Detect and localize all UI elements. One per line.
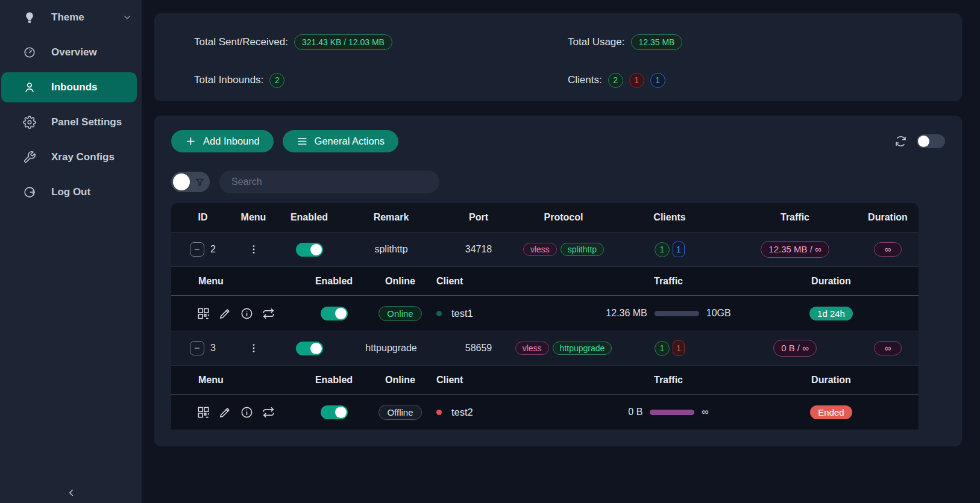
sidebar-item-overview[interactable]: Overview xyxy=(0,35,142,70)
plus-icon xyxy=(185,136,196,147)
auto-refresh-toggle[interactable] xyxy=(917,134,945,148)
qr-code-icon[interactable] xyxy=(196,405,210,419)
stat-sent-received: Total Sent/Received: 321.43 KB / 12.03 M… xyxy=(194,30,568,54)
client-duration-badge: Ended xyxy=(810,405,852,419)
toggle-knob xyxy=(918,136,929,147)
sub-header-client: Client xyxy=(424,276,593,287)
client-row: Offline test2 0 B ∞ Ended xyxy=(171,395,919,430)
sub-header-menu: Menu xyxy=(171,375,292,386)
duration-badge: ∞ xyxy=(874,242,902,257)
stat-label: Total Inbounds: xyxy=(194,74,263,86)
collapse-row-button[interactable] xyxy=(190,242,204,257)
clients-active-badge: 2 xyxy=(608,73,623,88)
sidebar-item-xray-configs[interactable]: Xray Configs xyxy=(0,140,142,175)
sub-header-online: Online xyxy=(376,276,424,287)
client-row: Online test1 12.36 MB 10GB 1d 24h xyxy=(171,296,919,331)
filter-toggle[interactable] xyxy=(171,172,210,192)
table-header-row: ID Menu Enabled Remark Port Protocol Cli… xyxy=(171,203,919,232)
add-inbound-button[interactable]: Add Inbound xyxy=(171,130,274,152)
sidebar-item-label: Overview xyxy=(51,46,97,58)
header-duration: Duration xyxy=(857,212,919,223)
info-icon[interactable] xyxy=(240,405,254,419)
client-enabled-toggle[interactable] xyxy=(321,405,348,419)
row-menu-button[interactable] xyxy=(248,243,260,255)
stat-label: Total Sent/Received: xyxy=(194,36,288,48)
client-duration-badge: 1d 24h xyxy=(809,307,853,320)
inbound-id: 3 xyxy=(210,343,216,354)
inbound-row: 2 splithttp 34718 vless splithttp 1 1 xyxy=(171,232,919,266)
clients-deactive-badge: 1 xyxy=(629,73,644,88)
toggle-knob xyxy=(173,173,190,190)
client-name: test1 xyxy=(451,308,473,319)
sub-header-enabled: Enabled xyxy=(292,276,376,287)
transport-tag: httpupgrade xyxy=(553,342,612,355)
sub-header-client: Client xyxy=(424,375,593,386)
traffic-badge: 0 B / ∞ xyxy=(773,340,817,357)
online-status-badge: Online xyxy=(378,306,421,321)
add-inbound-label: Add Inbound xyxy=(203,136,260,147)
inbounds-card: Add Inbound General Actions xyxy=(154,116,962,446)
header-protocol: Protocol xyxy=(521,212,606,223)
toggle-knob xyxy=(335,407,347,418)
sidebar-item-label: Xray Configs xyxy=(51,151,115,163)
traffic-cap: 10GB xyxy=(706,308,731,319)
sidebar-item-label: Panel Settings xyxy=(51,116,122,128)
collapse-row-button[interactable] xyxy=(190,341,204,355)
main-content: Total Sent/Received: 321.43 KB / 12.03 M… xyxy=(142,0,980,503)
header-enabled: Enabled xyxy=(272,212,346,223)
info-icon[interactable] xyxy=(240,307,254,320)
refresh-icon[interactable] xyxy=(894,134,908,148)
toggle-knob xyxy=(310,343,322,354)
client-subtable-header: Menu Enabled Online Client Traffic Durat… xyxy=(171,365,919,395)
sidebar-item-theme[interactable]: Theme xyxy=(0,0,142,35)
inbound-enabled-toggle[interactable] xyxy=(296,342,323,355)
general-actions-button[interactable]: General Actions xyxy=(283,130,398,152)
client-enabled-toggle[interactable] xyxy=(321,307,348,320)
inbound-port: 34718 xyxy=(465,244,492,255)
inbound-enabled-toggle[interactable] xyxy=(296,243,323,257)
row-menu-button[interactable] xyxy=(248,342,260,354)
traffic-progress-bar xyxy=(650,410,694,415)
reset-traffic-icon[interactable] xyxy=(262,307,275,320)
client-count-badge: 1 xyxy=(673,340,685,356)
sidebar-item-label: Theme xyxy=(51,11,84,23)
sidebar-item-inbounds[interactable]: Inbounds xyxy=(1,72,137,102)
filter-icon xyxy=(195,177,205,187)
header-traffic: Traffic xyxy=(733,212,857,223)
inbound-id: 2 xyxy=(210,244,216,255)
traffic-progress-bar xyxy=(655,311,699,316)
qr-code-icon[interactable] xyxy=(196,307,210,320)
protocol-tag: vless xyxy=(515,342,549,355)
traffic-cap: ∞ xyxy=(702,407,708,417)
reset-traffic-icon[interactable] xyxy=(262,405,275,419)
client-status-dot xyxy=(436,410,442,415)
sidebar-collapse-button[interactable] xyxy=(0,487,142,498)
toggle-knob xyxy=(310,244,322,255)
stat-label: Clients: xyxy=(568,74,602,86)
edit-pencil-icon[interactable] xyxy=(218,307,232,320)
chevron-left-icon xyxy=(66,487,77,498)
inbound-row: 3 httpupgrade 58659 vless httpupgrade 1 … xyxy=(171,331,919,365)
header-menu: Menu xyxy=(234,212,272,223)
clients-online-badge: 1 xyxy=(650,73,665,88)
sub-header-traffic: Traffic xyxy=(593,276,744,287)
header-id: ID xyxy=(171,212,234,223)
lightbulb-icon xyxy=(23,11,36,24)
traffic-used: 0 B xyxy=(628,407,642,417)
client-subtable-header: Menu Enabled Online Client Traffic Durat… xyxy=(171,266,919,296)
search-input[interactable] xyxy=(219,170,439,193)
sent-received-badge: 321.43 KB / 12.03 MB xyxy=(294,34,392,50)
protocol-tag: vless xyxy=(523,243,557,256)
sidebar-item-panel-settings[interactable]: Panel Settings xyxy=(0,105,142,140)
chevron-down-icon xyxy=(122,13,132,22)
sub-header-menu: Menu xyxy=(171,276,292,287)
sidebar-item-log-out[interactable]: Log Out xyxy=(0,175,142,210)
client-status-dot xyxy=(436,311,442,316)
stat-clients: Clients: 2 1 1 xyxy=(568,68,922,92)
gauge-icon xyxy=(23,46,36,59)
sidebar-item-label: Log Out xyxy=(51,186,90,198)
header-clients: Clients xyxy=(606,212,733,223)
sidebar-item-label: Inbounds xyxy=(51,81,97,93)
search-row xyxy=(171,170,945,193)
edit-pencil-icon[interactable] xyxy=(218,405,232,419)
